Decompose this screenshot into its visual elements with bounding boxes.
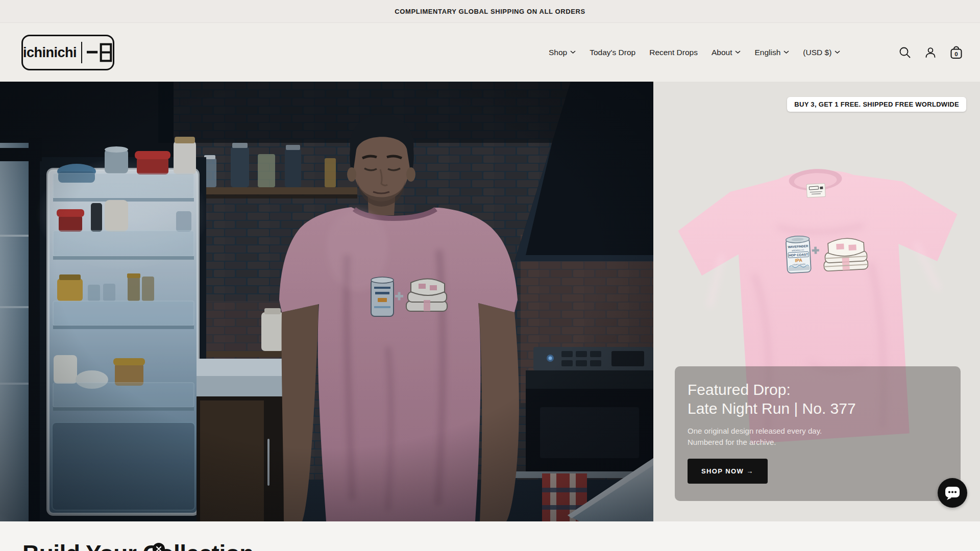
featured-drop-body-line2: Numbered for the archive. <box>688 437 948 448</box>
brand-name: ichinichi <box>23 45 77 61</box>
neck-label-tag <box>806 183 825 197</box>
nav-item-recent-drops[interactable]: Recent Drops <box>649 48 698 57</box>
brand-kanji <box>87 41 113 64</box>
announcement-text: COMPLIMENTARY GLOBAL SHIPPING ON ALL ORD… <box>395 8 585 15</box>
brand-logo[interactable]: ichinichi <box>21 35 114 70</box>
chat-launcher-button[interactable] <box>938 478 967 508</box>
announcement-bar: COMPLIMENTARY GLOBAL SHIPPING ON ALL ORD… <box>0 0 980 23</box>
cart-count: 0 <box>954 51 958 57</box>
featured-drop-title-line2: Late Night Run | No. 377 <box>688 399 948 418</box>
featured-drop-title-line1: Featured Drop: <box>688 380 948 399</box>
language-selector[interactable]: English <box>754 48 789 57</box>
featured-drop-body-line1: One original design released every day. <box>688 425 948 437</box>
can-style-text: IPA <box>795 258 802 263</box>
header-icons: 0 <box>898 23 963 82</box>
account-icon <box>924 46 937 59</box>
chevron-down-icon <box>735 51 741 54</box>
nav-item-about[interactable]: About <box>712 48 741 57</box>
nav-item-todays-drop[interactable]: Today's Drop <box>590 48 635 57</box>
hero-section: BUY 3, GET 1 FREE. SHIPPED FREE WORLDWID… <box>0 82 980 521</box>
chat-bubble-icon <box>944 484 961 502</box>
search-button[interactable] <box>898 45 912 60</box>
chevron-down-icon <box>570 51 576 54</box>
brand-divider <box>81 42 82 63</box>
currency-selector[interactable]: (USD $) <box>803 48 840 57</box>
nav-item-shop[interactable]: Shop <box>549 48 576 57</box>
account-button[interactable] <box>923 45 938 60</box>
hero-video-still <box>0 82 653 521</box>
cart-bag-icon: 0 <box>949 45 963 60</box>
featured-product-panel: BUY 3, GET 1 FREE. SHIPPED FREE WORLDWID… <box>653 82 980 521</box>
build-collection-section: Build Your Collection <box>0 521 980 551</box>
search-icon <box>898 46 912 59</box>
chevron-down-icon <box>835 51 840 54</box>
promo-badge: BUY 3, GET 1 FREE. SHIPPED FREE WORLDWID… <box>787 97 966 112</box>
featured-drop-card: Featured Drop: Late Night Run | No. 377 … <box>675 366 961 501</box>
main-nav: Shop Today's Drop Recent Drops About Eng… <box>549 23 840 82</box>
close-icon <box>156 546 162 551</box>
section-heading: Build Your Collection <box>22 540 254 551</box>
shop-now-button[interactable]: SHOP NOW → <box>688 459 768 484</box>
site-header: ichinichi Shop Today's Drop Recent Drops… <box>0 23 980 82</box>
cart-button[interactable]: 0 <box>949 45 963 60</box>
chevron-down-icon <box>783 51 789 54</box>
